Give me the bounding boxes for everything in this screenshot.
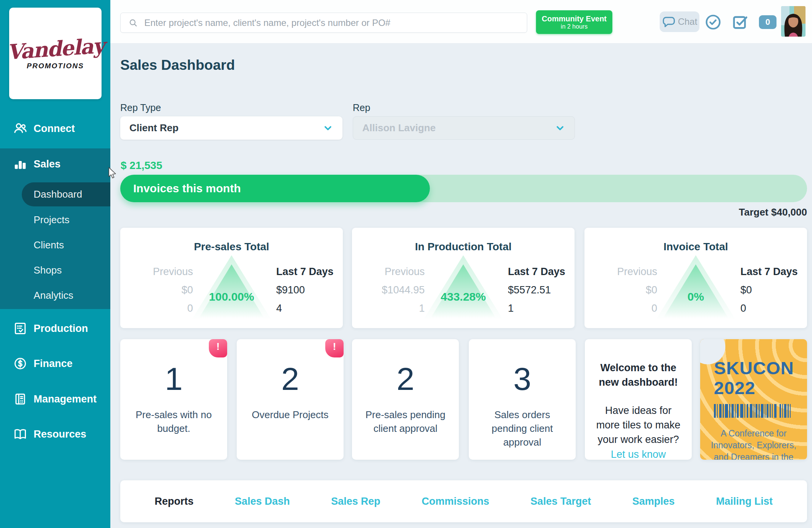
tile-count: 1 bbox=[120, 363, 227, 395]
search-icon bbox=[128, 18, 138, 28]
card-invoice-total: Invoice Total Previous $0 0 0% Last 7 Da… bbox=[584, 228, 807, 328]
change-triangle: 433.28% bbox=[427, 261, 500, 319]
change-percent: 433.28% bbox=[441, 290, 486, 303]
sidebar-item-dashboard-active[interactable]: Dashboard bbox=[22, 182, 110, 206]
chat-bubble-icon bbox=[662, 15, 676, 29]
change-percent: 100.00% bbox=[209, 290, 254, 303]
welcome-title: Welcome to the new dashboard! bbox=[585, 361, 692, 390]
report-link-commissions[interactable]: Commissions bbox=[421, 496, 489, 507]
sidebar-item-label: Resources bbox=[34, 428, 86, 440]
sidebar-item-clients[interactable]: Clients bbox=[0, 233, 110, 257]
reports-bar: Reports Sales Dash Sales Rep Commissions… bbox=[120, 480, 807, 522]
last7-count: 4 bbox=[276, 303, 282, 314]
ad-title: SKUCON2022 bbox=[714, 358, 807, 398]
sidebar-sales-section: Sales Dashboard Projects Clients Shops A… bbox=[0, 148, 110, 309]
sidebar: Vandelay PROMOTIONS Connect Sales Dashbo… bbox=[0, 0, 110, 528]
report-link-sales-dash[interactable]: Sales Dash bbox=[235, 496, 290, 507]
search-input[interactable] bbox=[144, 17, 506, 29]
check-circle-icon[interactable] bbox=[704, 13, 722, 31]
tile-count: 2 bbox=[352, 363, 459, 395]
chevron-down-icon bbox=[323, 123, 333, 134]
tile-label: Pre-sales pending client approval bbox=[352, 408, 459, 435]
previous-value: $0 bbox=[181, 284, 193, 296]
notification-badge[interactable]: 0 bbox=[759, 15, 776, 29]
previous-count: 0 bbox=[651, 303, 657, 314]
sidebar-item-label: Clients bbox=[34, 239, 64, 251]
sidebar-item-label: Analytics bbox=[34, 290, 73, 301]
global-search bbox=[120, 13, 527, 33]
page-title: Sales Dashboard bbox=[120, 57, 235, 73]
tile-overdue-projects[interactable]: ! 2 Overdue Projects bbox=[237, 339, 344, 460]
rep-value: Allison Lavigne bbox=[362, 122, 436, 134]
rep-type-select[interactable]: Client Rep bbox=[120, 116, 342, 140]
barcode bbox=[714, 404, 807, 419]
sidebar-item-finance[interactable]: Finance bbox=[0, 351, 110, 376]
reports-label: Reports bbox=[155, 496, 194, 507]
tile-count: 3 bbox=[469, 363, 576, 395]
sidebar-item-shops[interactable]: Shops bbox=[0, 258, 110, 282]
ad-description: A Conference for Innovators, Explorers, … bbox=[706, 428, 801, 460]
alert-icon: ! bbox=[325, 339, 344, 357]
sidebar-item-resources[interactable]: Resources bbox=[0, 422, 110, 446]
company-logo[interactable]: Vandelay PROMOTIONS bbox=[9, 8, 102, 99]
logo-sub-text: PROMOTIONS bbox=[27, 62, 84, 70]
previous-label: Previous bbox=[153, 266, 193, 278]
tile-count: 2 bbox=[237, 363, 344, 395]
previous-count: 1 bbox=[419, 303, 425, 314]
sidebar-item-label: Production bbox=[34, 323, 88, 335]
alert-icon: ! bbox=[209, 339, 227, 357]
tasks-check-icon[interactable] bbox=[731, 13, 749, 31]
sidebar-item-management[interactable]: Management bbox=[0, 387, 110, 411]
sidebar-item-connect[interactable]: Connect bbox=[0, 116, 110, 141]
tile-skucon-ad[interactable]: SKUCON2022 A Conference for Innovators, … bbox=[700, 339, 807, 460]
people-icon bbox=[12, 121, 28, 137]
clipboard-check-icon bbox=[12, 320, 28, 336]
tile-welcome: Welcome to the new dashboard! Have ideas… bbox=[585, 339, 692, 460]
let-us-know-link[interactable]: Let us know bbox=[585, 447, 692, 462]
tile-presales-no-budget[interactable]: ! 1 Pre-sales with no budget. bbox=[120, 339, 227, 460]
rep-type-value: Client Rep bbox=[129, 122, 179, 134]
rep-type-label: Rep Type bbox=[120, 102, 161, 113]
previous-value: $1044.95 bbox=[382, 284, 425, 296]
previous-count: 0 bbox=[187, 303, 193, 314]
sidebar-item-production[interactable]: Production bbox=[0, 316, 110, 341]
change-triangle: 100.00% bbox=[195, 261, 268, 319]
last7-label: Last 7 Days bbox=[508, 266, 565, 278]
report-link-samples[interactable]: Samples bbox=[632, 496, 675, 507]
sidebar-item-label: Sales bbox=[34, 158, 61, 170]
sidebar-item-analytics[interactable]: Analytics bbox=[0, 283, 110, 307]
sidebar-item-label: Dashboard bbox=[34, 188, 82, 200]
sidebar-item-label: Management bbox=[34, 393, 97, 405]
previous-value: $0 bbox=[646, 284, 657, 296]
change-triangle: 0% bbox=[660, 261, 732, 319]
community-event-button[interactable]: Community Event in 2 hours bbox=[536, 10, 612, 34]
community-event-subtitle: in 2 hours bbox=[561, 23, 588, 30]
card-title: Invoice Total bbox=[584, 241, 807, 253]
sidebar-item-projects[interactable]: Projects bbox=[0, 208, 110, 232]
report-link-mailing-list[interactable]: Mailing List bbox=[716, 496, 773, 507]
tile-presales-pending-approval[interactable]: 2 Pre-sales pending client approval bbox=[352, 339, 459, 460]
bar-chart-icon bbox=[12, 156, 28, 172]
tile-label: Sales orders pending client approval bbox=[469, 408, 576, 449]
user-avatar[interactable] bbox=[781, 6, 806, 37]
notification-count: 0 bbox=[765, 17, 770, 27]
rep-select-disabled[interactable]: Allison Lavigne bbox=[353, 116, 575, 140]
last7-value: $0 bbox=[741, 284, 752, 296]
progress-bar-label: Invoices this month bbox=[133, 182, 241, 195]
dollar-circle-icon bbox=[12, 356, 28, 372]
main-content: Sales Dashboard Rep Type Rep Client Rep … bbox=[110, 43, 812, 528]
change-percent: 0% bbox=[688, 290, 704, 303]
last7-label: Last 7 Days bbox=[276, 266, 334, 278]
last7-label: Last 7 Days bbox=[741, 266, 798, 278]
tile-label: Overdue Projects bbox=[237, 408, 344, 422]
last7-value: $9100 bbox=[276, 284, 305, 296]
previous-label: Previous bbox=[617, 266, 657, 278]
report-link-sales-rep[interactable]: Sales Rep bbox=[331, 496, 380, 507]
building-icon bbox=[12, 391, 28, 407]
tile-sales-orders-pending-approval[interactable]: 3 Sales orders pending client approval bbox=[469, 339, 576, 460]
sidebar-item-sales[interactable]: Sales bbox=[0, 152, 110, 176]
chat-button[interactable]: Chat bbox=[660, 11, 699, 32]
sidebar-item-label: Projects bbox=[34, 214, 69, 226]
report-link-sales-target[interactable]: Sales Target bbox=[531, 496, 591, 507]
logo-brand-text: Vandelay bbox=[6, 33, 105, 64]
